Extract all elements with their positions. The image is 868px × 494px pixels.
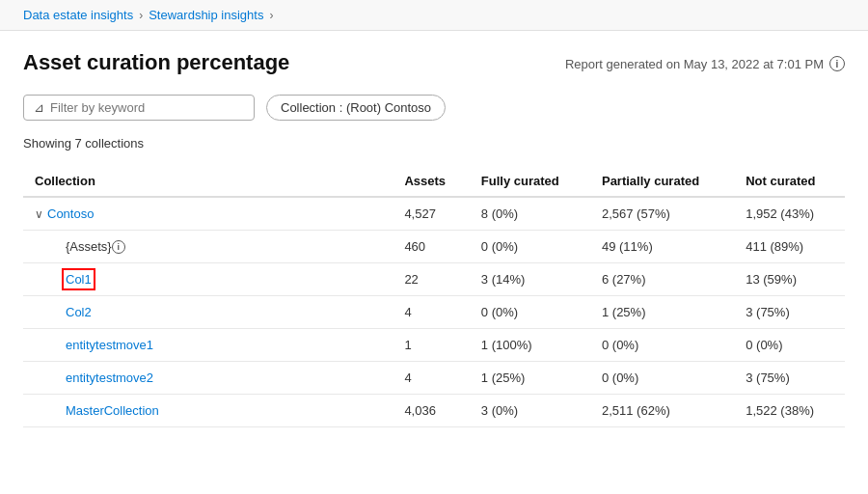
collection-link[interactable]: Col2	[66, 305, 92, 319]
breadcrumb-separator: ›	[139, 9, 143, 22]
col-header-partially-curated: Partially curated	[590, 166, 734, 197]
col-header-assets: Assets	[393, 166, 469, 197]
table-cell-partially-curated: 0 (0%)	[590, 329, 734, 362]
main-content: Asset curation percentage Report generat…	[0, 31, 868, 447]
report-info: Report generated on May 13, 2022 at 7:01…	[565, 56, 845, 71]
table-row: entitytestmove111 (100%)0 (0%)0 (0%)	[23, 329, 845, 362]
table-cell-fully-curated: 0 (0%)	[470, 231, 590, 263]
report-generated-text: Report generated on May 13, 2022 at 7:01…	[565, 57, 824, 71]
table-cell-assets: 460	[393, 231, 469, 263]
table-header-row: Collection Assets Fully curated Partiall…	[23, 166, 845, 197]
table-body: ∨Contoso4,5278 (0%)2,567 (57%)1,952 (43%…	[23, 197, 845, 427]
table-row: entitytestmove241 (25%)0 (0%)3 (75%)	[23, 362, 845, 395]
table-cell-assets: 4,527	[393, 197, 469, 231]
table-cell-fully-curated: 0 (0%)	[470, 296, 590, 329]
table-cell-collection: MasterCollection	[23, 395, 393, 427]
table-cell-collection: {Assets}i	[23, 231, 393, 263]
table-cell-assets: 22	[393, 263, 469, 296]
col-header-collection: Collection	[23, 166, 393, 197]
table-cell-partially-curated: 2,511 (62%)	[590, 395, 734, 427]
table-row: ∨Contoso4,5278 (0%)2,567 (57%)1,952 (43%…	[23, 197, 845, 231]
filter-input-wrap[interactable]: ⊿	[23, 95, 255, 121]
filter-icon: ⊿	[34, 100, 44, 115]
table-cell-assets: 4	[393, 296, 469, 329]
collection-link[interactable]: entitytestmove1	[66, 338, 153, 352]
breadcrumb-current-link[interactable]: Stewardship insights	[149, 8, 263, 22]
page-title: Asset curation percentage	[23, 50, 289, 75]
table-cell-not-curated: 3 (75%)	[734, 296, 845, 329]
collapse-button[interactable]: ∨	[35, 207, 43, 221]
table-row: Col240 (0%)1 (25%)3 (75%)	[23, 296, 845, 329]
table-cell-not-curated: 411 (89%)	[734, 231, 845, 263]
table-cell-collection: entitytestmove1	[23, 329, 393, 362]
collection-link[interactable]: MasterCollection	[66, 403, 159, 418]
table-cell-fully-curated: 1 (25%)	[470, 362, 590, 395]
collection-link[interactable]: Contoso	[47, 206, 94, 221]
breadcrumb-parent-link[interactable]: Data estate insights	[23, 8, 133, 22]
table-cell-collection: Col2	[23, 296, 393, 329]
col-header-fully-curated: Fully curated	[470, 166, 590, 197]
table-cell-not-curated: 1,522 (38%)	[734, 395, 845, 427]
asset-curation-table: Collection Assets Fully curated Partiall…	[23, 166, 845, 427]
table-cell-assets: 4,036	[393, 395, 469, 427]
table-header: Collection Assets Fully curated Partiall…	[23, 166, 845, 197]
table-cell-fully-curated: 3 (14%)	[470, 263, 590, 296]
table-row: {Assets}i4600 (0%)49 (11%)411 (89%)	[23, 231, 845, 263]
table-cell-fully-curated: 3 (0%)	[470, 395, 590, 427]
filters-row: ⊿ Collection : (Root) Contoso	[23, 95, 845, 121]
table-row: Col1223 (14%)6 (27%)13 (59%)	[23, 263, 845, 296]
table-cell-not-curated: 13 (59%)	[734, 263, 845, 296]
table-cell-collection: entitytestmove2	[23, 362, 393, 395]
table-cell-assets: 1	[393, 329, 469, 362]
breadcrumb: Data estate insights › Stewardship insig…	[0, 0, 868, 31]
table-cell-not-curated: 0 (0%)	[734, 329, 845, 362]
table-cell-collection: ∨Contoso	[23, 197, 393, 231]
table-cell-partially-curated: 6 (27%)	[590, 263, 734, 296]
table-cell-not-curated: 3 (75%)	[734, 362, 845, 395]
collection-badge[interactable]: Collection : (Root) Contoso	[266, 95, 446, 121]
table-cell-partially-curated: 2,567 (57%)	[590, 197, 734, 231]
table-cell-partially-curated: 0 (0%)	[590, 362, 734, 395]
breadcrumb-separator2: ›	[269, 9, 273, 22]
table-cell-not-curated: 1,952 (43%)	[734, 197, 845, 231]
report-info-icon[interactable]: i	[829, 56, 845, 71]
table-row: MasterCollection4,0363 (0%)2,511 (62%)1,…	[23, 395, 845, 427]
table-cell-assets: 4	[393, 362, 469, 395]
page-header: Asset curation percentage Report generat…	[23, 50, 845, 75]
filter-keyword-input[interactable]	[50, 100, 244, 115]
showing-collections-label: Showing 7 collections	[23, 136, 845, 151]
assets-info-icon[interactable]: i	[112, 240, 125, 254]
assets-label: {Assets}	[66, 239, 112, 254]
table-cell-partially-curated: 1 (25%)	[590, 296, 734, 329]
table-cell-partially-curated: 49 (11%)	[590, 231, 734, 263]
collection-link[interactable]: Col1	[66, 272, 92, 287]
col-header-not-curated: Not curated	[734, 166, 845, 197]
collection-link[interactable]: entitytestmove2	[66, 370, 153, 385]
table-cell-fully-curated: 1 (100%)	[470, 329, 590, 362]
table-cell-fully-curated: 8 (0%)	[470, 197, 590, 231]
table-cell-collection: Col1	[23, 263, 393, 296]
